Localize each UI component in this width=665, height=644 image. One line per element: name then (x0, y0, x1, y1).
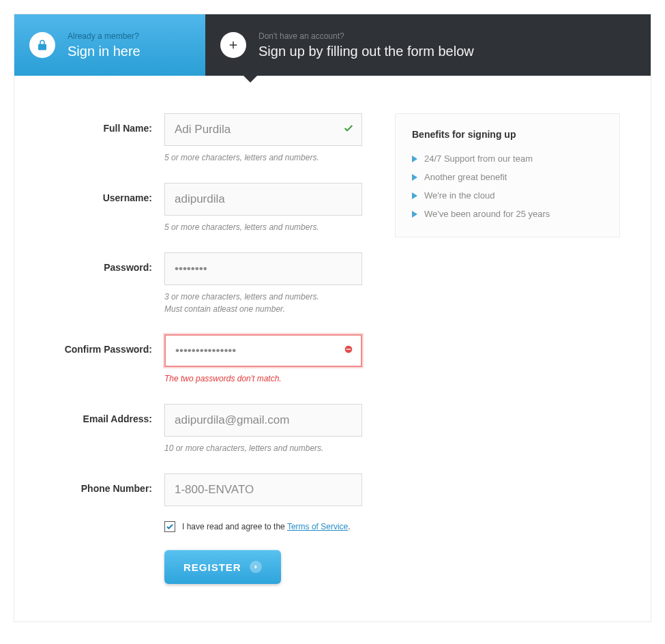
hint-username: 5 or more characters, letters and number… (164, 221, 362, 233)
email-field[interactable] (164, 404, 362, 437)
phone-field[interactable] (164, 473, 362, 506)
arrow-right-icon (250, 561, 262, 573)
password-field[interactable] (164, 252, 362, 285)
tos-row: I have read and agree to the Terms of Se… (164, 521, 368, 532)
label-username: Username: (45, 183, 164, 203)
checkmark-icon (343, 123, 354, 136)
label-password: Password: (45, 252, 164, 273)
register-label: REGISTER (183, 561, 241, 573)
svg-rect-1 (346, 349, 351, 349)
tab-signin[interactable]: Already a member? Sign in here (14, 14, 205, 76)
username-field[interactable] (164, 183, 362, 216)
label-email: Email Address: (45, 404, 164, 424)
error-confirm: The two passwords don't match. (164, 372, 362, 385)
tos-prefix: I have read and agree to the (182, 522, 287, 531)
confirm-password-field[interactable] (164, 334, 362, 367)
fullname-field[interactable] (164, 113, 362, 146)
benefits-title: Benefits for signing up (412, 129, 603, 140)
tos-checkbox[interactable] (164, 521, 175, 532)
label-phone: Phone Number: (45, 473, 164, 494)
hint-email: 10 or more characters, letters and numbe… (164, 442, 362, 454)
tos-link[interactable]: Terms of Service (287, 522, 348, 531)
register-button[interactable]: REGISTER (164, 550, 281, 584)
tab-signup: Don't have an account? Sign up by fillin… (205, 14, 651, 76)
bullet-arrow-icon (412, 211, 417, 218)
list-item: We're in the cloud (412, 186, 603, 205)
benefits-panel: Benefits for signing up 24/7 Support fro… (395, 113, 620, 237)
plus-icon (220, 32, 246, 58)
list-item: 24/7 Support from our team (412, 149, 603, 168)
bullet-arrow-icon (412, 174, 417, 181)
hint-fullname: 5 or more characters, letters and number… (164, 151, 362, 164)
bullet-arrow-icon (412, 156, 417, 162)
benefits-list: 24/7 Support from our team Another great… (412, 149, 603, 223)
tos-suffix: . (348, 522, 350, 531)
tab-signup-large: Sign up by filling out the form below (258, 44, 474, 59)
list-item: Another great benefit (412, 168, 603, 186)
label-confirm: Confirm Password: (45, 334, 164, 355)
list-item: We've been around for 25 years (412, 205, 603, 223)
tab-signin-large: Sign in here (68, 44, 141, 59)
error-icon (343, 344, 354, 357)
bullet-arrow-icon (412, 192, 417, 199)
signup-form: Full Name: 5 or more characters, letters… (45, 113, 368, 584)
hint-password: 3 or more characters, letters and number… (164, 291, 362, 315)
label-fullname: Full Name: (45, 113, 164, 134)
tab-signup-small: Don't have an account? (258, 31, 474, 41)
signup-card: Already a member? Sign in here Don't hav… (14, 14, 651, 622)
tab-signin-small: Already a member? (68, 31, 141, 41)
lock-icon (29, 32, 55, 58)
header-tabs: Already a member? Sign in here Don't hav… (14, 14, 651, 76)
